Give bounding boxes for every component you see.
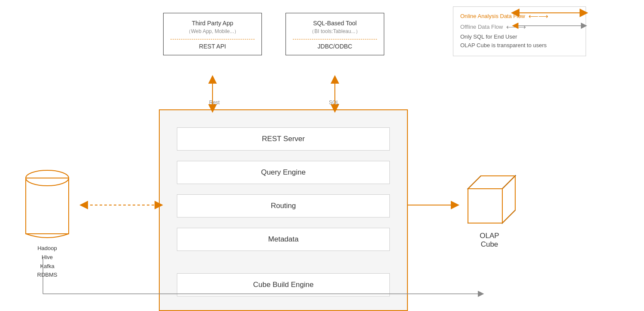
sql-tool-box: SQL-Based Tool （BI tools:Tableau...） JDB…	[286, 13, 384, 55]
hadoop-labels: Hadoop Hive Kafka RDBMS	[17, 244, 77, 280]
legend-offline: Offline Data Flow ⟵⟶	[460, 23, 579, 31]
third-party-title: Third Party App （Web App, Mobile...）	[170, 19, 255, 35]
diagram-container: Online Analysis Data Flow ⟵⟶ Offline Dat…	[0, 0, 644, 311]
legend-box: Online Analysis Data Flow ⟵⟶ Offline Dat…	[453, 6, 586, 56]
jdbc-label: JDBC/ODBC	[293, 43, 377, 50]
rest-connector-label: Rest	[209, 100, 220, 106]
olap-cube: OLAP Cube	[455, 163, 524, 249]
olap-label: OLAP Cube	[455, 232, 524, 249]
svg-marker-2	[468, 189, 502, 223]
sql-tool-title: SQL-Based Tool （BI tools:Tableau...）	[293, 19, 377, 35]
legend-olap: OLAP Cube is transparent to users	[460, 42, 579, 48]
hadoop-cylinder: Hadoop Hive Kafka RDBMS	[17, 165, 77, 280]
legend-online-arrow: ⟵⟶	[529, 12, 548, 20]
metadata-box: Metadata	[177, 228, 390, 251]
third-party-box: Third Party App （Web App, Mobile...） RES…	[163, 13, 262, 55]
query-engine-box: Query Engine	[177, 161, 390, 184]
legend-offline-label: Offline Data Flow	[460, 24, 503, 30]
routing-box: Routing	[177, 194, 390, 217]
legend-offline-arrow: ⟵⟶	[506, 23, 526, 31]
cube-build-box: Cube Build Engine	[177, 273, 390, 296]
rest-api-label: REST API	[170, 43, 255, 50]
legend-online: Online Analysis Data Flow ⟵⟶	[460, 12, 579, 20]
svg-rect-0	[26, 178, 69, 234]
rest-server-box: REST Server	[177, 127, 390, 151]
sql-connector-label: SQL	[329, 100, 339, 106]
legend-sql: Only SQL for End User	[460, 33, 579, 40]
legend-online-label: Online Analysis Data Flow	[460, 13, 525, 19]
kylin-main-box: REST Server Query Engine Routing Metadat…	[159, 109, 408, 311]
